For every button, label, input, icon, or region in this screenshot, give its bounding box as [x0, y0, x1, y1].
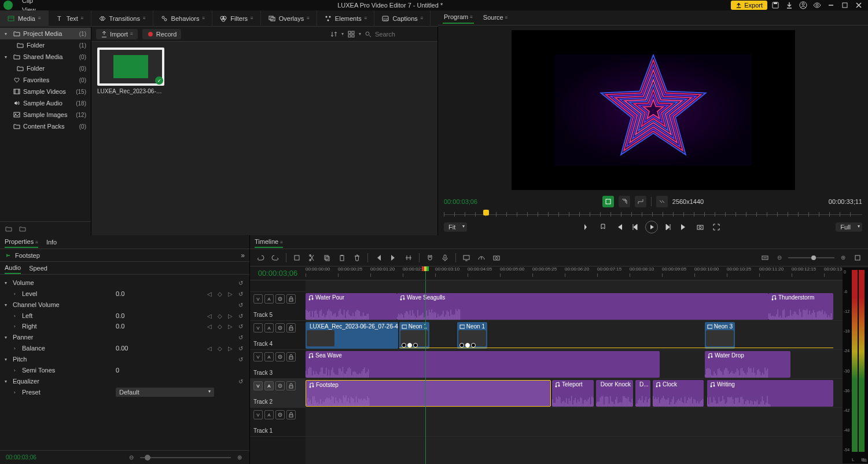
speed-icon[interactable]: [476, 252, 487, 264]
safe-zones-icon[interactable]: [602, 196, 614, 207]
section-panner[interactable]: ▾Panner↺: [0, 331, 249, 343]
close-button[interactable]: [853, 1, 865, 10]
reset-icon[interactable]: ↺: [237, 355, 245, 363]
playhead[interactable]: [425, 266, 426, 280]
tab-elements[interactable]: Elements≡: [317, 10, 375, 27]
tree-folder[interactable]: Folder(1): [0, 39, 91, 51]
search-input[interactable]: [375, 31, 433, 38]
reset-icon[interactable]: ↺: [237, 344, 245, 352]
track-lock-icon[interactable]: [286, 323, 296, 333]
prev-kf-icon[interactable]: ◁: [205, 312, 214, 320]
add-kf-icon[interactable]: ◇: [216, 344, 224, 352]
clip-wave-seagulls[interactable]: Wave Seagulls: [397, 293, 768, 320]
track-v-toggle[interactable]: V: [253, 381, 263, 390]
expand-icon[interactable]: »: [241, 251, 245, 260]
prev-kf-icon[interactable]: ◁: [205, 344, 214, 352]
add-kf-icon[interactable]: ◇: [216, 322, 224, 330]
track-lock-icon[interactable]: [286, 294, 296, 304]
sort-icon[interactable]: [330, 30, 338, 38]
track-header-track-3[interactable]: VATrack 3: [250, 350, 306, 379]
clip-luxea-rec-2023-06-26-07-26-41-m---[interactable]: LUXEA_Rec_2023-06-26_07-26-41.m...: [306, 322, 398, 349]
track-a-toggle[interactable]: A: [264, 410, 274, 419]
next-kf-icon[interactable]: ▷: [226, 312, 234, 320]
new-folder-icon[interactable]: [5, 225, 13, 233]
crop-tool-icon[interactable]: [291, 252, 303, 264]
track-visibility-icon[interactable]: [275, 323, 285, 333]
next-kf-icon[interactable]: ▷: [226, 322, 234, 330]
track-a-toggle[interactable]: A: [264, 381, 274, 390]
copy-icon[interactable]: [321, 252, 333, 264]
paste-icon[interactable]: [336, 252, 348, 264]
marker-icon[interactable]: [597, 221, 609, 233]
tree-content-packs[interactable]: Content Packs(0): [0, 120, 91, 132]
prop-left[interactable]: ›Left0.0◁◇▷↺: [0, 310, 249, 321]
track-visibility-icon[interactable]: [275, 352, 285, 361]
resize-icon[interactable]: [635, 196, 646, 207]
reset-icon[interactable]: ↺: [237, 279, 245, 287]
goto-start-icon[interactable]: [613, 221, 626, 233]
tab-captions[interactable]: CCCaptions≡: [374, 10, 431, 27]
clip-sea-wave[interactable]: Sea Wave: [306, 351, 660, 378]
add-kf-icon[interactable]: ◇: [216, 312, 224, 320]
prev-marker-icon[interactable]: [373, 252, 384, 264]
set-range-icon[interactable]: [403, 252, 414, 264]
screen-icon[interactable]: [461, 252, 472, 264]
split-icon[interactable]: [306, 252, 318, 264]
track-v-toggle[interactable]: V: [253, 323, 263, 333]
tab-behaviors[interactable]: Behaviors≡: [153, 10, 213, 27]
tl-zoom-in-icon[interactable]: ⊕: [839, 254, 847, 262]
export-button[interactable]: Export: [731, 1, 767, 10]
clip-footstep[interactable]: Footstep: [306, 380, 551, 407]
tab-timeline[interactable]: Timeline ≡: [255, 236, 283, 248]
preview-scrubber[interactable]: [444, 209, 862, 219]
reset-icon[interactable]: ↺: [237, 322, 245, 330]
section-equalizer[interactable]: ▾Equalizer↺: [0, 375, 249, 387]
prev-kf-icon[interactable]: ◁: [205, 322, 214, 330]
track-header-track-4[interactable]: VATrack 4: [250, 321, 306, 350]
track-visibility-icon[interactable]: [275, 410, 285, 419]
maximize-button[interactable]: [839, 1, 851, 10]
minimize-button[interactable]: [825, 1, 837, 10]
fullscreen-icon[interactable]: [710, 221, 723, 233]
eye-icon[interactable]: [811, 1, 823, 10]
tree-favorites[interactable]: Favorites(0): [0, 74, 91, 86]
track-header-track-2[interactable]: VATrack 2: [250, 379, 306, 408]
props-zoom-slider[interactable]: [140, 457, 231, 458]
reset-icon[interactable]: ↺: [237, 312, 245, 320]
record-button[interactable]: Record: [142, 29, 181, 39]
tree-shared-media[interactable]: ▾Shared Media(0): [0, 51, 91, 63]
snapshot-icon[interactable]: [694, 221, 707, 233]
clip-clock[interactable]: Clock: [653, 380, 704, 407]
track-v-toggle[interactable]: V: [253, 352, 263, 361]
magnet-icon[interactable]: [424, 252, 436, 264]
import-button[interactable]: Import ≡: [96, 29, 138, 39]
track-header-track-1[interactable]: VATrack 1: [250, 408, 306, 437]
track-lock-icon[interactable]: [286, 352, 296, 361]
prop-preset[interactable]: ›PresetDefault▾: [0, 387, 249, 397]
step-back-icon[interactable]: [629, 221, 642, 233]
folder-icon[interactable]: [19, 225, 27, 233]
clip-thunderstorm[interactable]: Thunderstorm: [768, 293, 833, 320]
step-fwd-icon[interactable]: [661, 221, 674, 233]
clip-door-knock[interactable]: Door Knock: [596, 380, 633, 407]
download-icon[interactable]: [784, 1, 795, 10]
prop-right[interactable]: ›Right0.0◁◇▷↺: [0, 321, 249, 331]
track-lock-icon[interactable]: [286, 381, 296, 390]
track-v-toggle[interactable]: V: [253, 410, 263, 419]
track-v-toggle[interactable]: V: [253, 294, 263, 304]
media-item[interactable]: ✓LUXEA_Rec_2023-06-26_07-26-4...: [97, 48, 164, 94]
zoom-out-icon[interactable]: ⊖: [127, 454, 135, 462]
fit-timeline-icon[interactable]: [759, 252, 771, 264]
tab-info[interactable]: Info: [46, 237, 57, 247]
clip-water-pour[interactable]: Water Pour: [306, 293, 397, 320]
tl-zoom-out-icon[interactable]: ⊖: [775, 254, 784, 262]
aspect-icon[interactable]: [656, 196, 668, 207]
track-a-toggle[interactable]: A: [264, 323, 274, 333]
tab-text[interactable]: TText≡: [49, 10, 91, 27]
quality-select[interactable]: Full▾: [836, 222, 862, 232]
preset-select[interactable]: Default▾: [116, 388, 214, 397]
tree-sample-images[interactable]: Sample Images(12): [0, 109, 91, 120]
prev-kf-icon[interactable]: ◁: [205, 290, 214, 298]
crop-icon[interactable]: [619, 196, 630, 207]
prop-balance[interactable]: ›Balance0.00◁◇▷↺: [0, 343, 249, 353]
